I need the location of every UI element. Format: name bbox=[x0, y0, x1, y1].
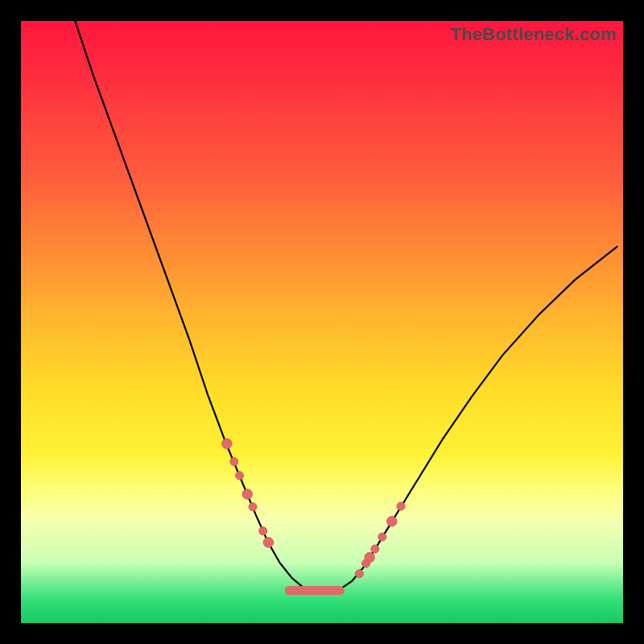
marker-dot bbox=[236, 472, 244, 480]
marker-dot bbox=[259, 527, 267, 535]
marker-group bbox=[222, 439, 405, 578]
marker-dot bbox=[365, 552, 374, 562]
plot-area: TheBottleneck.com bbox=[21, 21, 623, 623]
marker-dot bbox=[222, 439, 232, 448]
marker-dot bbox=[242, 489, 252, 499]
marker-dot bbox=[263, 538, 273, 547]
chart-frame: TheBottleneck.com bbox=[0, 0, 644, 644]
marker-dot bbox=[371, 545, 379, 553]
marker-dot bbox=[230, 458, 238, 466]
marker-dot bbox=[387, 516, 397, 526]
bottleneck-curve bbox=[21, 21, 623, 623]
marker-dot bbox=[378, 533, 386, 541]
marker-dot bbox=[249, 503, 257, 511]
marker-dot bbox=[355, 570, 363, 578]
curve-path bbox=[75, 21, 617, 593]
marker-dot bbox=[397, 502, 405, 510]
